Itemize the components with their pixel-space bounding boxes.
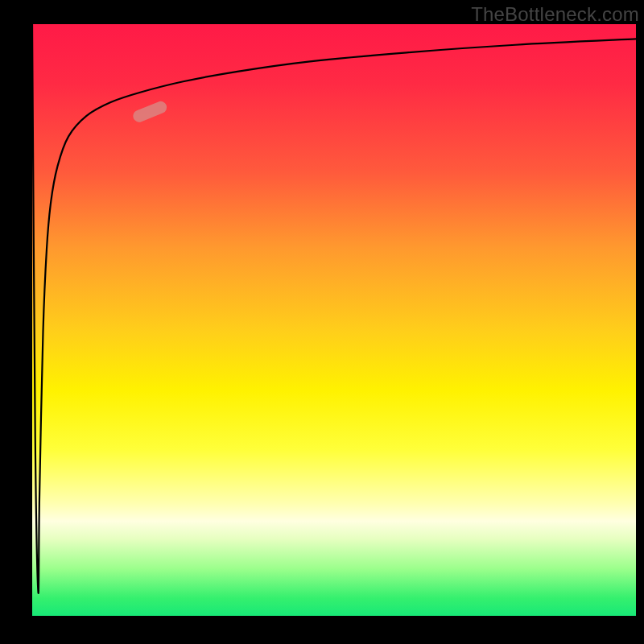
chart-frame: TheBottleneck.com [0,0,644,644]
curve-layer [0,0,644,644]
svg-rect-0 [131,100,168,124]
bottleneck-curve [32,24,636,593]
curve-highlight-marker [131,100,168,124]
watermark-text: TheBottleneck.com [471,3,639,26]
